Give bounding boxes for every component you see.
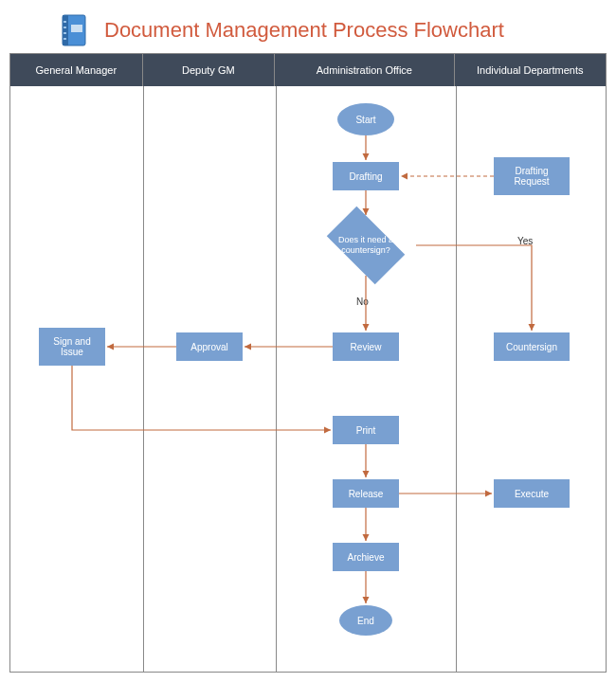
lane-header-dept: Individual Departments [455, 54, 606, 86]
title-row: Document Management Process Flowchart [9, 8, 607, 59]
node-review: Review [333, 332, 399, 361]
svg-rect-4 [63, 27, 66, 28]
node-decision-label: Does it need a countersign? [314, 235, 418, 256]
svg-rect-2 [63, 15, 68, 45]
svg-rect-7 [71, 25, 82, 32]
node-execute: Execute [494, 479, 570, 508]
node-start: Start [337, 103, 394, 135]
svg-rect-3 [63, 21, 66, 23]
node-countersign: Countersign [494, 332, 570, 361]
binder-icon [57, 11, 91, 49]
node-end: End [339, 605, 392, 636]
edge-label-no: No [356, 296, 369, 307]
svg-rect-5 [63, 32, 66, 34]
swimlane-container: General Manager Deputy GM Administration… [9, 53, 607, 673]
node-release: Release [333, 479, 399, 508]
node-approval: Approval [176, 332, 243, 361]
node-drafting-request: Drafting Request [494, 157, 570, 195]
node-decision: Does it need a countersign? [314, 212, 418, 278]
node-drafting: Drafting [333, 162, 399, 190]
page-title: Document Management Process Flowchart [104, 18, 504, 43]
flowchart-page: Document Management Process Flowchart Ge… [0, 0, 616, 682]
lane-headers: General Manager Deputy GM Administration… [10, 54, 606, 86]
lane-header-admin: Administration Office [275, 54, 454, 86]
lane-header-dgm: Deputy GM [143, 54, 276, 86]
lane-separator [143, 86, 144, 672]
svg-rect-6 [63, 38, 66, 40]
lane-separator [456, 86, 457, 672]
lane-separator [276, 86, 277, 672]
lane-header-gm: General Manager [10, 54, 143, 86]
edge-label-yes: Yes [517, 236, 533, 246]
node-archive: Archieve [333, 543, 399, 571]
node-print: Print [333, 416, 399, 444]
node-sign-issue: Sign and Issue [39, 328, 105, 366]
lane-body: Start Drafting Does it need a countersig… [10, 86, 606, 672]
